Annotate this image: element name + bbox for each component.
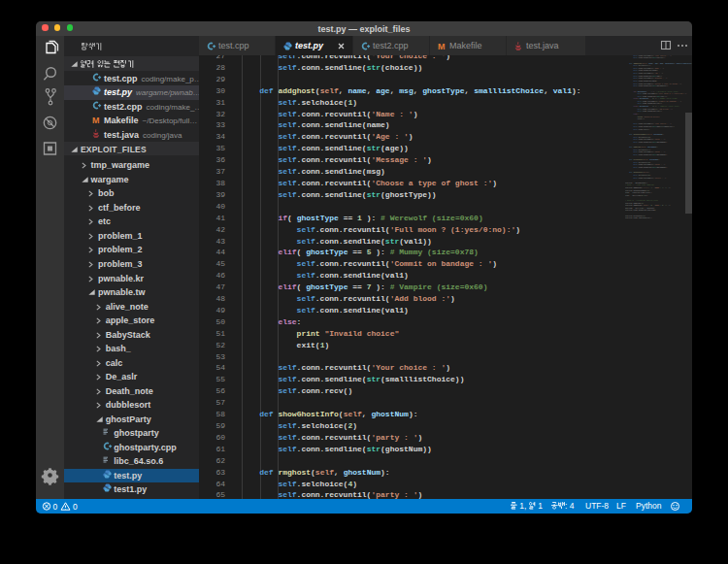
- svg-text:0: 0: [73, 502, 78, 512]
- svg-text:0: 0: [53, 502, 58, 512]
